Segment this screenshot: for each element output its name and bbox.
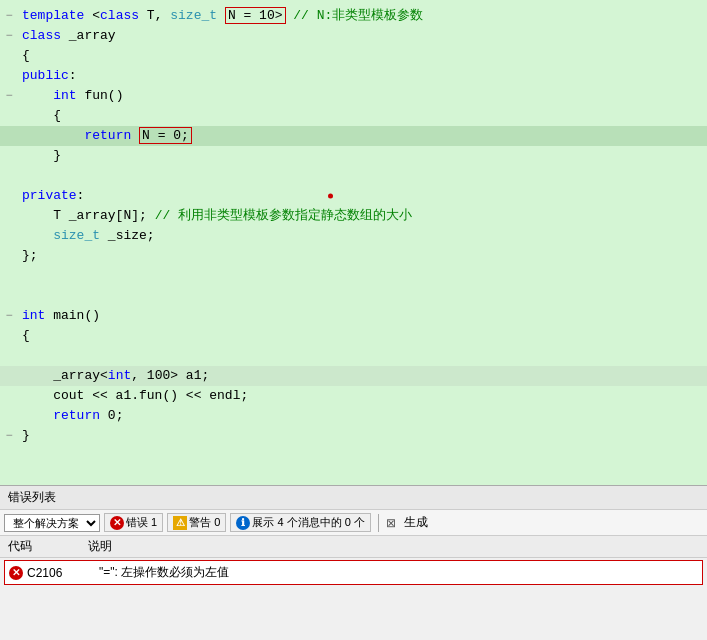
code-text: T, [139,8,170,23]
code-text [131,128,139,143]
line-gutter-5[interactable]: − [0,86,18,106]
type-name: size_t [53,228,100,243]
code-line-1: −template <class T, size_t N = 10> // N:… [0,6,707,26]
line-content-7[interactable]: return N = 0; [18,126,707,146]
line-content-10[interactable]: private: [18,186,707,206]
code-line-9 [0,166,707,186]
info-btn[interactable]: ℹ 展示 4 个消息中的 0 个 [230,513,370,532]
warning-icon: ⚠ [173,516,187,530]
keyword: private [22,188,77,203]
highlighted-code: N = 0; [139,127,192,144]
line-content-1[interactable]: template <class T, size_t N = 10> // N:非… [18,6,707,26]
keyword: return [53,408,100,423]
code-text: < [84,8,100,23]
code-text: main() [45,308,100,323]
keyword: class [22,28,61,43]
col-code-header: 代码 [4,538,84,555]
code-line-18 [0,346,707,366]
error-toolbar: 整个解决方案 ✕ 错误 1 ⚠ 警告 0 ℹ 展示 4 个消息中的 0 个 ⊠ … [0,510,707,536]
info-count-label: 展示 4 个消息中的 0 个 [252,515,364,530]
error-icon: ✕ [110,516,124,530]
code-line-2: −class _array [0,26,707,46]
ide-window: −template <class T, size_t N = 10> // N:… [0,0,707,640]
keyword: int [53,88,76,103]
code-line-21: return 0; [0,406,707,426]
line-gutter-2[interactable]: − [0,26,18,46]
type-name: size_t [170,8,217,23]
code-line-14 [0,266,707,286]
highlighted-code: N = 10> [225,7,286,24]
code-text: { [22,328,30,343]
keyword: int [22,308,45,323]
code-text [22,408,53,423]
error-description: "=": 左操作数必须为左值 [99,564,229,581]
error-panel: 错误列表 整个解决方案 ✕ 错误 1 ⚠ 警告 0 ℹ 展示 4 个消息中的 0… [0,485,707,640]
error-panel-title: 错误列表 [0,486,707,510]
line-content-11[interactable]: T _array[N]; // 利用非类型模板参数指定静态数组的大小 [18,206,707,226]
error-btn[interactable]: ✕ 错误 1 [104,513,163,532]
code-line-6: { [0,106,707,126]
code-text: { [22,108,61,123]
comment: // 利用非类型模板参数指定静态数组的大小 [155,208,412,223]
code-text: 0; [100,408,123,423]
code-editor[interactable]: −template <class T, size_t N = 10> // N:… [0,0,707,490]
line-content-17[interactable]: { [18,326,707,346]
error-code: C2106 [27,566,87,580]
keyword: class [100,8,139,23]
code-text: _array< [22,368,108,383]
warning-count-label: 警告 0 [189,515,220,530]
code-line-17: { [0,326,707,346]
code-text: T _array[N]; [22,208,155,223]
filter-icon: ⊠ [386,516,400,530]
code-text: cout << a1.fun() << endl; [22,388,248,403]
line-gutter-1[interactable]: − [0,6,18,26]
line-content-6[interactable]: { [18,106,707,126]
code-line-16: −int main() [0,306,707,326]
code-line-15 [0,286,707,306]
warning-btn[interactable]: ⚠ 警告 0 [167,513,226,532]
code-line-10: private: [0,186,707,206]
code-line-13: }; [0,246,707,266]
line-content-20[interactable]: cout << a1.fun() << endl; [18,386,707,406]
line-content-3[interactable]: { [18,46,707,66]
line-content-4[interactable]: public: [18,66,707,86]
code-text: : [77,188,85,203]
code-line-3: { [0,46,707,66]
code-text [22,228,53,243]
line-content-19[interactable]: _array<int, 100> a1; [18,366,707,386]
line-gutter-22[interactable]: − [0,426,18,446]
line-gutter-16[interactable]: − [0,306,18,326]
error-count-label: 错误 1 [126,515,157,530]
code-line-20: cout << a1.fun() << endl; [0,386,707,406]
code-line-4: public: [0,66,707,86]
line-content-8[interactable]: } [18,146,707,166]
solution-dropdown[interactable]: 整个解决方案 [4,514,100,532]
generate-label: 生成 [404,514,428,531]
code-line-22: −} [0,426,707,446]
info-icon: ℹ [236,516,250,530]
code-text [22,88,53,103]
code-line-19: _array<int, 100> a1; [0,366,707,386]
line-content-12[interactable]: size_t _size; [18,226,707,246]
keyword: template [22,8,84,23]
code-line-12: size_t _size; [0,226,707,246]
line-content-22[interactable]: } [18,426,707,446]
code-text: }; [22,248,38,263]
line-content-21[interactable]: return 0; [18,406,707,426]
code-line-7: return N = 0; [0,126,707,146]
comment: // N:非类型模板参数 [293,8,423,23]
code-text [22,128,84,143]
code-line-5: − int fun() [0,86,707,106]
code-text: _size; [100,228,155,243]
separator-1 [378,514,379,532]
code-text: { [22,48,30,63]
line-content-16[interactable]: int main() [18,306,707,326]
code-text: } [22,148,61,163]
error-table-row[interactable]: ✕C2106"=": 左操作数必须为左值 [4,560,703,585]
line-content-13[interactable]: }; [18,246,707,266]
breakpoint-dot [328,194,333,199]
line-content-5[interactable]: int fun() [18,86,707,106]
code-line-11: T _array[N]; // 利用非类型模板参数指定静态数组的大小 [0,206,707,226]
code-text: } [22,428,30,443]
line-content-2[interactable]: class _array [18,26,707,46]
